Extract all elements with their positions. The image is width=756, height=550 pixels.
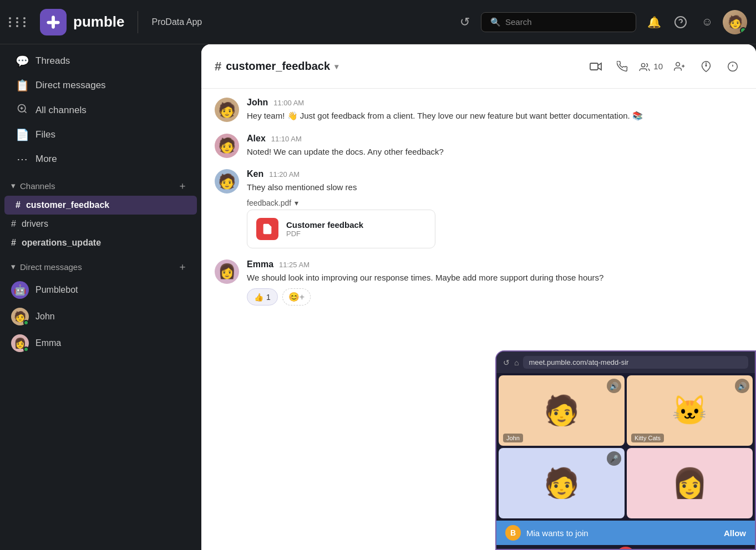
video-grid: 🧑 🔊 John 🐱 🔊 Kitty Cats 🧑 🎤 👩 <box>496 373 755 521</box>
vc-video-button[interactable]: 📹 <box>536 548 554 550</box>
ken-msg-content: Ken 11:20 AM They also mentioned slow re… <box>247 169 743 248</box>
sidebar-item-files[interactable]: 📄 Files <box>4 123 197 147</box>
pdf-icon <box>256 218 278 240</box>
topbar: pumble ProData App ↺ 🔍 Search 🔔 ☺ 🧑 <box>0 0 756 44</box>
channel-item-customer-feedback[interactable]: # customer_feedback <box>4 196 197 215</box>
sidebar-item-all-channels[interactable]: All channels <box>4 98 197 123</box>
kitty-video-label: Kitty Cats <box>631 434 664 442</box>
dm-toggle[interactable]: ▾ Direct messages <box>11 262 82 272</box>
vc-screen-button[interactable]: ⊠ <box>671 548 689 550</box>
reload-button[interactable]: ↺ <box>503 358 510 367</box>
file-type: PDF <box>286 230 363 238</box>
dm-item-emma[interactable]: 👩 Emma <box>0 330 201 357</box>
vc-download-button[interactable]: ⬇ <box>509 548 527 550</box>
join-badge: B <box>505 525 521 541</box>
file-expand-label: feedback.pdf <box>247 198 291 207</box>
channel-hash-icon-3: # <box>11 238 16 248</box>
topbar-icons: 🔔 ☺ 🧑 <box>643 10 747 34</box>
kitty-audio-btn[interactable]: 🔊 <box>735 379 749 393</box>
emma-msg-time: 11:25 AM <box>279 261 309 269</box>
chat-header-actions: 10 <box>586 57 743 77</box>
file-card[interactable]: Customer feedback PDF <box>247 210 435 248</box>
john-online-dot <box>23 320 29 325</box>
allow-button[interactable]: Allow <box>724 528 746 538</box>
title-chevron-icon: ▾ <box>334 62 338 71</box>
dm-section-label: Direct messages <box>20 262 82 272</box>
url-input[interactable] <box>523 356 748 369</box>
channel-item-operations[interactable]: # operations_update <box>0 233 201 252</box>
add-reaction-button[interactable]: 😊+ <box>282 288 311 305</box>
dm-item-pumblebot[interactable]: 🤖 Pumblebot <box>0 277 201 303</box>
cell3-mute-btn[interactable]: 🎤 <box>607 451 621 466</box>
dm-name-john: John <box>35 312 55 322</box>
more-icon: ⋯ <box>16 152 29 166</box>
john-msg-header: John 11:00 AM <box>247 98 743 108</box>
logo[interactable] <box>40 9 67 35</box>
add-dm-button[interactable]: ＋ <box>175 259 190 274</box>
john-msg-avatar: 🧑 <box>215 98 239 122</box>
dm-name-emma: Emma <box>35 338 61 348</box>
logo-icon <box>45 14 61 30</box>
john-msg-author: John <box>247 98 268 108</box>
dm-item-john[interactable]: 🧑 John <box>0 303 201 330</box>
history-button[interactable]: ↺ <box>455 11 474 34</box>
online-indicator <box>740 27 747 34</box>
search-box[interactable]: 🔍 Search <box>481 12 636 32</box>
notification-button[interactable]: 🔔 <box>643 11 665 33</box>
home-button[interactable]: ⌂ <box>514 358 519 367</box>
thumbsup-count: 1 <box>266 293 271 302</box>
john-avatar: 🧑 <box>11 308 29 325</box>
channels-chevron: ▾ <box>11 181 16 191</box>
pin-button[interactable] <box>696 57 716 77</box>
john-audio-btn[interactable]: 🔊 <box>607 379 621 393</box>
file-name: Customer feedback <box>286 220 363 230</box>
vc-people-button[interactable]: 👥 <box>698 548 716 550</box>
join-request-text: Mia wants to join <box>526 528 718 538</box>
sidebar-item-more[interactable]: ⋯ More <box>4 147 197 171</box>
chat-title[interactable]: # customer_feedback ▾ <box>215 59 338 74</box>
alex-msg-header: Alex 11:10 AM <box>247 134 743 144</box>
channels-section: ▾ Channels ＋ <box>0 171 201 196</box>
svg-point-6 <box>642 63 645 67</box>
emma-online-dot <box>23 347 29 352</box>
user-avatar[interactable]: 🧑 <box>723 10 747 34</box>
sidebar-item-direct-messages[interactable]: 📋 Direct messages <box>4 73 197 98</box>
reactions-bar: 👍 1 😊+ <box>247 288 743 305</box>
add-member-button[interactable] <box>669 57 689 77</box>
channel-name-drivers: drivers <box>22 219 48 229</box>
phone-button[interactable] <box>612 57 632 77</box>
app-name: pumble <box>73 13 124 30</box>
channels-toggle[interactable]: ▾ Channels <box>11 181 55 191</box>
vc-end-call-button[interactable]: 📵 <box>616 547 636 550</box>
video-call-button[interactable] <box>586 57 606 77</box>
grid-icon[interactable] <box>9 17 29 27</box>
message-john: 🧑 John 11:00 AM Hey team! 👋 Just got fee… <box>215 98 743 123</box>
chat-area: # customer_feedback ▾ <box>201 44 756 550</box>
file-expand-button[interactable]: feedback.pdf ▾ <box>247 198 743 207</box>
emma-msg-text: We should look into improving our respon… <box>247 272 743 284</box>
ken-msg-time: 11:20 AM <box>269 170 300 179</box>
files-icon: 📄 <box>16 128 29 141</box>
info-button[interactable] <box>723 57 743 77</box>
alex-msg-time: 11:10 AM <box>271 135 302 143</box>
message-ken: 🧑 Ken 11:20 AM They also mentioned slow … <box>215 169 743 248</box>
sidebar-label-threads: Threads <box>35 55 70 67</box>
emoji-status-button[interactable]: ☺ <box>696 11 718 33</box>
thumbsup-reaction[interactable]: 👍 1 <box>247 288 278 305</box>
vc-settings-button[interactable]: ⚙ <box>724 548 742 550</box>
thumbsup-emoji: 👍 <box>254 293 263 302</box>
help-button[interactable] <box>669 11 692 33</box>
search-icon: 🔍 <box>490 17 501 27</box>
vc-attach-button[interactable]: 📎 <box>562 548 580 550</box>
members-count[interactable]: 10 <box>639 62 663 71</box>
sidebar-item-threads[interactable]: 💬 Threads <box>4 49 197 73</box>
ken-msg-header: Ken 11:20 AM <box>247 169 743 179</box>
join-request-bar: B Mia wants to join Allow <box>496 521 755 545</box>
add-channel-button[interactable]: ＋ <box>175 178 190 193</box>
ken-msg-author: Ken <box>247 169 263 179</box>
channel-item-drivers[interactable]: # drivers <box>0 215 201 233</box>
vc-grid-button[interactable]: ⊞ <box>589 548 607 550</box>
vc-chat-button[interactable]: 💬 <box>645 548 662 550</box>
divider <box>138 11 138 33</box>
channel-name-customer-feedback: customer_feedback <box>26 200 109 210</box>
